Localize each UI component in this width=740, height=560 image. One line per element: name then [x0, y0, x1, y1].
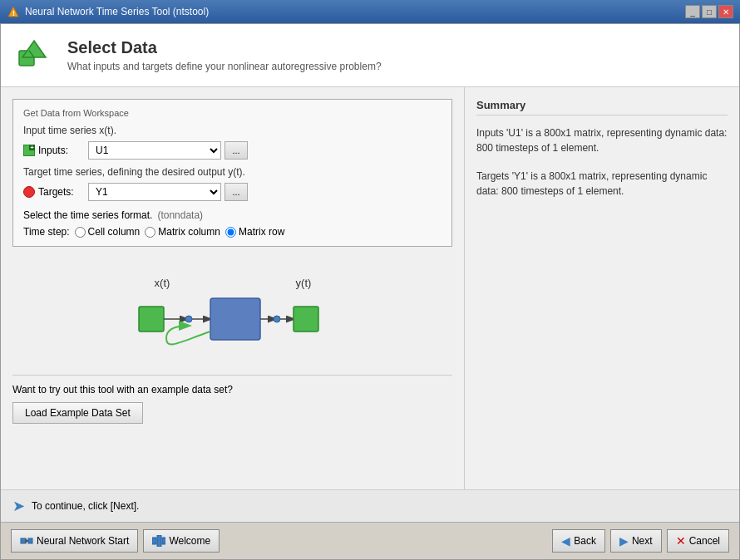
matrix-column-option[interactable]: Matrix column: [145, 226, 220, 238]
targets-label-container: Targets:: [23, 186, 81, 198]
inputs-dropdown-wrapper: U1 ...: [88, 141, 248, 160]
targets-row: Targets: Y1 ...: [23, 183, 442, 201]
inputs-dropdown[interactable]: U1: [88, 141, 221, 160]
header: Select Data What inputs and targets defi…: [1, 24, 739, 87]
right-panel: Summary Inputs 'U1' is a 800x1 matrix, r…: [465, 87, 739, 489]
timestep-label: Time step:: [23, 226, 70, 238]
summary-title: Summary: [476, 99, 728, 115]
svg-rect-15: [152, 538, 156, 544]
page-subtitle: What inputs and targets define your nonl…: [67, 61, 382, 72]
input-row-label: Input time series x(t).: [23, 125, 442, 136]
titlebar-controls[interactable]: _ □ ✕: [685, 5, 733, 18]
inputs-browse-button[interactable]: ...: [224, 141, 248, 160]
nn-start-icon: [20, 534, 33, 548]
feedback-arrow: [166, 326, 210, 345]
svg-rect-11: [21, 538, 26, 543]
cancel-label: Cancel: [689, 535, 720, 547]
network-block: [210, 298, 260, 340]
example-section: Want to try out this tool with an exampl…: [12, 375, 452, 424]
matrix-column-label: Matrix column: [158, 226, 220, 238]
header-icon: [14, 34, 54, 76]
close-button[interactable]: ✕: [718, 5, 733, 18]
targets-dropdown-wrapper: Y1 ...: [88, 183, 248, 201]
window-title: Neural Network Time Series Tool (ntstool…: [25, 6, 209, 17]
next-button[interactable]: ▶ Next: [610, 529, 662, 553]
window-content: Select Data What inputs and targets defi…: [0, 23, 740, 560]
footer-right: ◀ Back ▶ Next ✕ Cancel: [552, 529, 729, 553]
output-dot: [274, 316, 280, 322]
welcome-label: Welcome: [169, 535, 210, 547]
xt-label: x(t): [154, 277, 170, 289]
cell-column-option[interactable]: Cell column: [75, 226, 141, 238]
cell-column-label: Cell column: [88, 226, 141, 238]
back-icon: ◀: [561, 534, 570, 548]
targets-summary: Targets 'Y1' is a 800x1 matrix, represen…: [476, 169, 728, 199]
targets-browse-button[interactable]: ...: [224, 183, 248, 201]
left-panel: Get Data from Workspace Input time serie…: [1, 87, 465, 489]
next-icon: ▶: [619, 534, 629, 548]
titlebar: ! Neural Network Time Series Tool (ntsto…: [0, 0, 740, 23]
header-text: Select Data What inputs and targets defi…: [67, 38, 382, 72]
hint-bar: ➤ To continue, click [Next].: [1, 489, 739, 522]
inputs-label: Inputs:: [38, 145, 68, 156]
welcome-icon: [152, 535, 165, 547]
hint-arrow-icon: ➤: [12, 497, 25, 515]
svg-rect-13: [28, 538, 32, 543]
main-area: Get Data from Workspace Input time serie…: [1, 87, 739, 489]
input-node: [139, 307, 164, 332]
minimize-button[interactable]: _: [685, 5, 700, 18]
matrix-column-radio[interactable]: [145, 227, 155, 238]
footer: Neural Network Start Welcome ◀ Back ▶ Ne…: [1, 522, 739, 559]
welcome-button[interactable]: Welcome: [143, 529, 220, 553]
inputs-row: Inputs: U1 ...: [23, 141, 442, 160]
targets-icon: [23, 186, 35, 198]
nn-diagram: x(t) y(t): [112, 272, 353, 363]
diagram-area: x(t) y(t): [12, 255, 452, 371]
app-icon: !: [7, 5, 20, 18]
svg-rect-16: [157, 535, 161, 547]
cancel-icon: ✕: [676, 534, 686, 548]
back-label: Back: [574, 535, 596, 547]
matrix-row-option[interactable]: Matrix row: [225, 226, 284, 238]
svg-rect-17: [162, 538, 165, 544]
inputs-label-container: Inputs:: [23, 145, 81, 156]
svg-marker-3: [22, 41, 46, 57]
workspace-section-title: Get Data from Workspace: [23, 108, 442, 118]
svg-text:!: !: [12, 9, 15, 17]
nn-start-label: Neural Network Start: [37, 535, 129, 547]
page-title: Select Data: [67, 38, 382, 57]
maximize-button[interactable]: □: [702, 5, 717, 18]
matrix-row-label: Matrix row: [239, 226, 284, 238]
format-label-row: Select the time series format. (tonndata…: [23, 209, 442, 221]
load-example-button[interactable]: Load Example Data Set: [12, 402, 143, 424]
example-text: Want to try out this tool with an exampl…: [12, 384, 452, 395]
cell-column-radio[interactable]: [75, 227, 86, 238]
cancel-button[interactable]: ✕ Cancel: [667, 529, 729, 553]
format-hint: (tonndata): [157, 209, 203, 221]
hint-text: To continue, click [Next].: [32, 500, 139, 512]
inputs-icon: [23, 145, 35, 156]
yt-label: y(t): [295, 277, 311, 289]
output-node: [294, 307, 318, 332]
inputs-summary: Inputs 'U1' is a 800x1 matrix, represent…: [476, 125, 728, 155]
matrix-row-radio[interactable]: [225, 227, 236, 238]
back-button[interactable]: ◀ Back: [552, 529, 605, 553]
targets-dropdown[interactable]: Y1: [88, 183, 221, 201]
targets-row-label: Target time series, defining the desired…: [23, 166, 442, 178]
nn-start-button[interactable]: Neural Network Start: [11, 529, 138, 553]
input-dot: [185, 316, 192, 322]
targets-label: Targets:: [38, 186, 74, 198]
footer-left: Neural Network Start Welcome: [11, 529, 220, 553]
workspace-section: Get Data from Workspace Input time serie…: [12, 99, 452, 247]
timestep-row: Time step: Cell column Matrix column Mat…: [23, 226, 442, 238]
format-label: Select the time series format.: [23, 209, 152, 221]
next-label: Next: [632, 535, 653, 547]
